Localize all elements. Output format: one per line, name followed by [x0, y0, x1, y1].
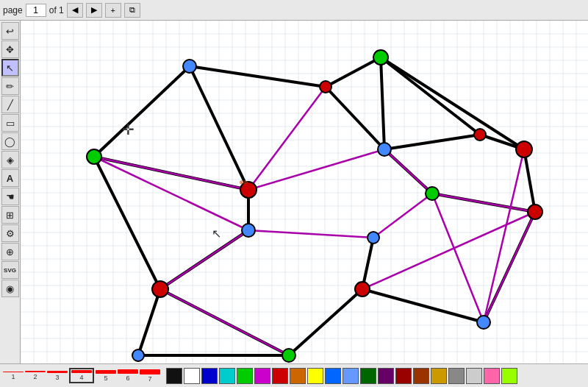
pencil-tool[interactable]: ✏	[1, 77, 19, 95]
svg-line-28	[160, 230, 248, 289]
stroke-3[interactable]: 3	[47, 371, 68, 381]
node-n2[interactable]	[183, 60, 196, 73]
node-n7[interactable]	[282, 349, 295, 362]
zoom-in-tool[interactable]: ⊕	[1, 243, 19, 260]
svg-line-36	[362, 212, 535, 289]
color-blue[interactable]	[325, 368, 341, 384]
color-navy[interactable]	[201, 368, 218, 384]
rect-tool[interactable]: ▭	[1, 114, 19, 132]
top-toolbar: page of 1 ◀ ▶ + ⧉	[0, 0, 588, 21]
color-lime[interactable]	[501, 368, 517, 384]
next-page-button[interactable]: ▶	[86, 3, 102, 18]
svg-line-25	[94, 157, 248, 230]
of-label: of 1	[49, 5, 64, 15]
prev-page-button[interactable]: ◀	[67, 3, 83, 18]
color-brown[interactable]	[413, 368, 429, 384]
arrow-cursor-icon: ↖	[212, 227, 221, 240]
color-yellow[interactable]	[307, 368, 323, 384]
stroke-5[interactable]: 5	[96, 370, 116, 382]
add-page-button[interactable]: +	[105, 3, 121, 18]
color-gray[interactable]	[448, 368, 465, 384]
node-n16[interactable]	[528, 205, 542, 219]
node-n9[interactable]	[373, 50, 388, 65]
svg-line-14	[381, 57, 480, 135]
svg-line-34	[484, 149, 524, 322]
color-green[interactable]	[237, 368, 253, 384]
svg-line-31	[384, 149, 432, 194]
color-pink[interactable]	[484, 368, 500, 384]
stroke-6[interactable]: 6	[118, 369, 138, 382]
stroke-4[interactable]: 4	[69, 368, 94, 383]
svg-line-11	[326, 57, 381, 87]
node-n13[interactable]	[426, 187, 439, 200]
svg-tool[interactable]: SVG	[1, 261, 19, 279]
color-lightgray[interactable]	[466, 368, 482, 384]
svg-line-15	[381, 57, 524, 149]
svg-line-29	[248, 230, 373, 238]
page-number-input[interactable]	[26, 4, 46, 17]
color-lightblue[interactable]	[343, 368, 359, 384]
page-label: page	[3, 5, 23, 15]
grid-tool[interactable]: ⊞	[1, 206, 19, 224]
undo-tool[interactable]: ↩	[1, 22, 19, 40]
move-cursor-icon: ✛	[122, 121, 135, 138]
text-tool[interactable]: A	[1, 169, 19, 187]
ellipse-tool[interactable]: ◯	[1, 132, 19, 150]
fill-tool[interactable]: ◈	[1, 151, 19, 168]
bottom-toolbar: 1 2 3 4 5 6 7	[0, 363, 588, 387]
svg-line-2	[94, 157, 160, 289]
svg-line-3	[190, 66, 326, 87]
svg-line-7	[138, 289, 160, 355]
extra-tool[interactable]: ◉	[1, 280, 19, 297]
color-white[interactable]	[184, 368, 200, 384]
stroke-1[interactable]: 1	[3, 372, 24, 380]
svg-line-4	[190, 66, 248, 190]
node-n10[interactable]	[378, 143, 391, 156]
svg-line-13	[381, 57, 384, 149]
pencil-cursor-icon: ✏	[240, 177, 248, 188]
node-n4[interactable]	[242, 224, 255, 237]
duplicate-page-button[interactable]: ⧉	[124, 3, 140, 18]
drawing-canvas[interactable]: ✛ ↖ ✏	[21, 21, 588, 363]
node-n14[interactable]	[474, 129, 486, 141]
node-n15[interactable]	[516, 141, 532, 157]
svg-line-30	[160, 289, 289, 355]
svg-line-10	[289, 289, 362, 355]
color-gold[interactable]	[431, 368, 447, 384]
settings-tool[interactable]: ⚙	[1, 224, 19, 242]
svg-line-27	[248, 149, 384, 190]
svg-line-24	[94, 157, 248, 190]
svg-line-0	[94, 66, 190, 157]
stroke-2[interactable]: 2	[25, 371, 46, 380]
node-n5[interactable]	[152, 281, 168, 297]
node-n12[interactable]	[355, 282, 370, 297]
node-n11[interactable]	[368, 232, 379, 244]
svg-line-35	[484, 212, 535, 322]
svg-line-17	[384, 135, 480, 149]
color-darkred[interactable]	[395, 368, 412, 384]
stroke-7[interactable]: 7	[140, 369, 160, 383]
color-cyan[interactable]	[219, 368, 235, 384]
svg-line-22	[524, 149, 535, 212]
color-red[interactable]	[272, 368, 288, 384]
line-tool[interactable]: ╱	[1, 96, 19, 113]
svg-line-26	[248, 87, 326, 190]
color-black[interactable]	[166, 368, 182, 384]
hand-tool[interactable]: ☚	[1, 188, 19, 205]
pan-tool[interactable]: ✥	[1, 40, 19, 58]
node-n8[interactable]	[320, 81, 331, 93]
color-magenta[interactable]	[254, 368, 270, 384]
node-n1[interactable]	[87, 149, 101, 164]
select-tool[interactable]: ↖	[1, 59, 19, 77]
svg-line-37	[373, 194, 432, 238]
canvas-area[interactable]: ✛ ↖ ✏	[21, 21, 588, 363]
color-darkgreen[interactable]	[360, 368, 376, 384]
left-toolbar: ↩ ✥ ↖ ✏ ╱ ▭ ◯ ◈ A ☚ ⊞ ⚙ ⊕ SVG ◉	[0, 21, 21, 363]
svg-line-33	[432, 194, 484, 322]
color-orange[interactable]	[290, 368, 306, 384]
svg-line-19	[362, 289, 484, 322]
color-purple[interactable]	[378, 368, 394, 384]
node-n6[interactable]	[132, 349, 144, 361]
svg-line-12	[326, 87, 384, 149]
node-n17[interactable]	[477, 316, 490, 329]
